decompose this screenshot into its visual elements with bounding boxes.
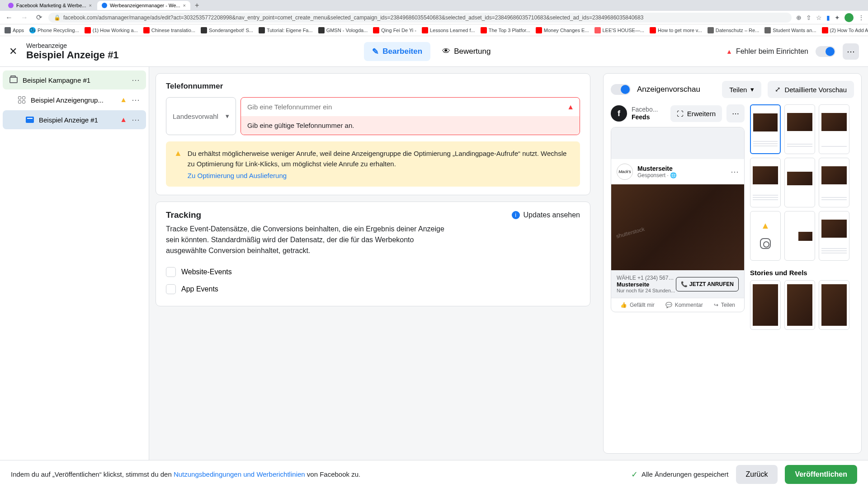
placement-thumb[interactable] xyxy=(819,280,849,330)
bookmark-item[interactable]: (2) How To Add A... xyxy=(822,27,868,33)
tab-review[interactable]: 👁 Bewertung xyxy=(434,42,499,61)
cta-label: JETZT ANRUFEN xyxy=(689,281,734,287)
preview-more-button[interactable]: ⋯ xyxy=(726,104,745,122)
placement-thumb-warning[interactable]: ▲ xyxy=(750,211,781,261)
ad-header: Mack's Musterseite Gesponsert · 🌐 ⋯ xyxy=(611,159,744,184)
checkbox[interactable] xyxy=(166,267,176,277)
country-code-select[interactable]: Landesvorwahl ▾ xyxy=(166,97,236,135)
nav-forward-icon: → xyxy=(19,14,30,22)
ad-preview: Mack's Musterseite Gesponsert · 🌐 ⋯ WÄHL… xyxy=(611,127,745,312)
like-button[interactable]: 👍Gefällt mir xyxy=(620,302,655,308)
placement-thumb[interactable] xyxy=(750,158,781,207)
close-editor-button[interactable]: ✕ xyxy=(9,46,17,57)
header-more-button[interactable]: ⋯ xyxy=(843,43,859,60)
ad-subline: Nur noch für 24 Stunden... xyxy=(617,288,675,293)
phone-section-title: Telefonnummer xyxy=(166,82,580,91)
bookmark-item[interactable]: O₂Phone Recycling... xyxy=(29,27,79,33)
warning-text: Du erhältst möglicherweise weniger Anruf… xyxy=(188,149,572,169)
placement-thumb[interactable] xyxy=(784,158,815,207)
sidebar: Beispiel Kampagne #1 ⋯ Beispiel Anzeigen… xyxy=(0,67,149,460)
ad-cta-button[interactable]: 📞 JETZT ANRUFEN xyxy=(676,277,739,291)
header-toggle[interactable] xyxy=(816,46,835,57)
like-icon: 👍 xyxy=(620,302,627,308)
checkbox-label: Website-Events xyxy=(181,268,232,276)
bookmark-item[interactable]: Tutorial: Eigene Fa... xyxy=(259,27,313,33)
tree-campaign[interactable]: Beispiel Kampagne #1 ⋯ xyxy=(3,70,146,89)
header-titles: Werbeanzeige Beispiel Anzeige #1 xyxy=(26,42,119,61)
tab-close-icon[interactable]: × xyxy=(183,3,185,8)
phone-input[interactable] xyxy=(241,98,580,116)
bookmark-item[interactable]: LEE'S HOUSE—... xyxy=(594,27,645,33)
ad-more-icon[interactable]: ⋯ xyxy=(731,167,739,177)
error-label: Fehler beim Einrichten xyxy=(736,47,808,56)
comment-icon: 💬 xyxy=(665,302,672,308)
share-icon[interactable]: ⇧ xyxy=(806,14,811,21)
extensions-icon[interactable]: ✦ xyxy=(835,14,840,21)
placement-thumb[interactable] xyxy=(750,104,781,154)
bookmark-item[interactable]: GMSN - Vologda... xyxy=(318,27,368,33)
detailed-preview-button[interactable]: ⤢ Detaillierte Vorschau xyxy=(768,81,854,98)
bookmark-item[interactable]: Lessons Learned f... xyxy=(422,27,475,33)
bookmark-item[interactable]: How to get more v... xyxy=(650,27,702,33)
bookmark-item[interactable]: Student Wants an... xyxy=(764,27,816,33)
browser-tab-0[interactable]: Facebook Marketing & Werbe... × xyxy=(4,1,96,10)
tree-more-icon[interactable]: ⋯ xyxy=(132,115,140,125)
detailed-label: Detaillierte Vorschau xyxy=(784,86,847,94)
profile-icon[interactable] xyxy=(844,13,854,22)
platform-name: Facebo... xyxy=(632,106,658,113)
bookmark-apps[interactable]: Apps xyxy=(5,27,24,33)
placement-thumb[interactable] xyxy=(784,280,815,330)
placement-thumb[interactable] xyxy=(750,280,781,330)
nav-reload-icon[interactable]: ⟳ xyxy=(34,13,44,22)
preview-header: Anzeigenvorschau Teilen ▾ ⤢ Detaillierte… xyxy=(611,81,854,98)
menu-icon[interactable]: ⋮ xyxy=(858,14,864,21)
nav-back-icon[interactable]: ← xyxy=(4,14,14,22)
new-tab-button[interactable]: + xyxy=(191,1,203,9)
browser-tab-1[interactable]: Werbeanzeigenmanager - We... × xyxy=(97,1,190,10)
star-icon[interactable]: ☆ xyxy=(816,14,822,21)
placement-thumb[interactable] xyxy=(819,104,849,154)
folder-icon xyxy=(9,75,18,84)
placement-thumb[interactable] xyxy=(819,211,849,261)
app-events-row[interactable]: App Events xyxy=(166,281,580,298)
placement-thumb[interactable] xyxy=(784,104,815,154)
checkbox[interactable] xyxy=(166,284,176,294)
tab-favicon xyxy=(102,3,107,8)
website-events-row[interactable]: Website-Events xyxy=(166,263,580,281)
bookmark-item[interactable]: Datenschutz – Re... xyxy=(708,27,760,33)
preview-toggle[interactable] xyxy=(611,84,631,95)
share-action-button[interactable]: ↪Teilen xyxy=(714,302,735,308)
setup-error-status[interactable]: ▲ Fehler beim Einrichten xyxy=(726,47,808,56)
tracking-title: Tracking xyxy=(166,210,201,220)
ad-image xyxy=(611,184,744,270)
bookmark-item[interactable]: Sonderangebot! S... xyxy=(201,27,253,33)
tab-edit[interactable]: ✎ Bearbeiten xyxy=(364,42,430,61)
url-bar[interactable]: 🔒 facebook.com/adsmanager/manage/ads/edi… xyxy=(48,13,792,23)
tab-label: Bewertung xyxy=(454,47,491,56)
tree-adset[interactable]: Beispiel Anzeigengrup... ▲ ⋯ xyxy=(3,90,146,109)
bookmark-item[interactable]: (1) How Working a... xyxy=(85,27,138,33)
fb-extension-icon[interactable]: ▮ xyxy=(826,14,830,21)
chevron-down-icon: ▾ xyxy=(226,112,229,120)
optimization-warning: ▲ Du erhältst möglicherweise weniger Anr… xyxy=(166,141,580,187)
bookmark-item[interactable]: Chinese translatio... xyxy=(143,27,195,33)
placement-thumb[interactable] xyxy=(784,211,815,261)
info-icon: i xyxy=(512,211,520,219)
phone-error-message: Gib eine gültige Telefonnummer an. xyxy=(241,116,580,135)
comment-button[interactable]: 💬Kommentar xyxy=(665,302,703,308)
share-button[interactable]: Teilen ▾ xyxy=(722,81,761,98)
tree-more-icon[interactable]: ⋯ xyxy=(132,95,140,105)
preview-panel: Anzeigenvorschau Teilen ▾ ⤢ Detaillierte… xyxy=(597,67,868,460)
warning-link[interactable]: Zu Optimierung und Auslieferung xyxy=(188,172,572,179)
tab-title: Facebook Marketing & Werbe... xyxy=(16,3,86,8)
expand-preview-button[interactable]: ⛶ Erweitern xyxy=(670,105,722,122)
tracking-updates-link[interactable]: i Updates ansehen xyxy=(512,211,580,219)
zoom-icon[interactable]: ⊕ xyxy=(796,14,802,21)
tab-close-icon[interactable]: × xyxy=(89,3,91,8)
bookmark-item[interactable]: Money Changes E... xyxy=(536,27,589,33)
placement-thumb[interactable] xyxy=(819,158,849,207)
tree-more-icon[interactable]: ⋯ xyxy=(132,75,140,85)
bookmark-item[interactable]: Qing Fei De Yi - xyxy=(373,27,416,33)
bookmark-item[interactable]: The Top 3 Platfor... xyxy=(481,27,530,33)
tree-ad[interactable]: Beispiel Anzeige #1 ▲ ⋯ xyxy=(3,110,146,129)
